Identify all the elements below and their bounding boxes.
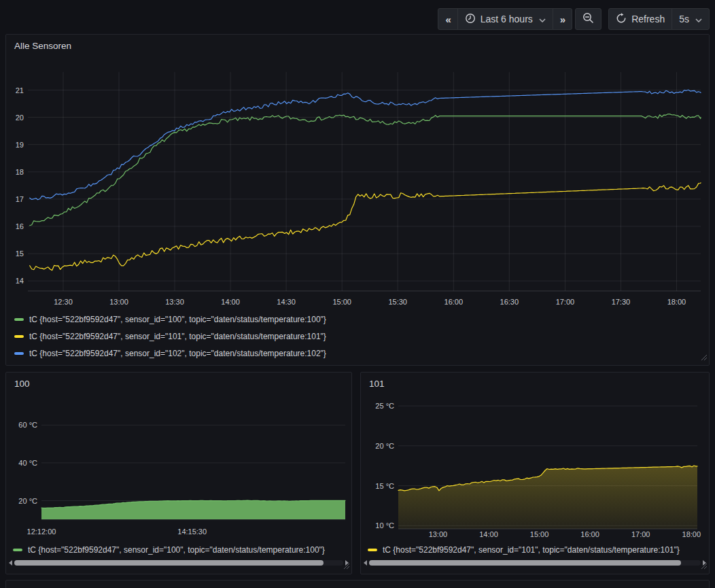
refresh-interval-button[interactable]: 5s <box>672 9 709 29</box>
svg-text:18:00: 18:00 <box>667 298 686 306</box>
svg-text:40 °C: 40 °C <box>18 459 37 467</box>
svg-text:14: 14 <box>16 277 24 285</box>
svg-text:12:30: 12:30 <box>54 298 73 306</box>
legend-101[interactable]: tC {host="522bf9592d47", sensor_id="101"… <box>368 544 707 556</box>
horizontal-scrollbar[interactable] <box>364 559 706 567</box>
panel-alle-sensoren: Alle Sensoren 141516171819202112:3013:00… <box>5 34 710 366</box>
svg-text:16:30: 16:30 <box>500 298 519 306</box>
svg-text:13:30: 13:30 <box>165 298 184 306</box>
horizontal-scrollbar[interactable] <box>9 559 349 567</box>
svg-text:17:00: 17:00 <box>631 530 650 538</box>
svg-text:17:00: 17:00 <box>556 298 575 306</box>
refresh-button[interactable]: Refresh <box>609 9 672 29</box>
svg-text:17:30: 17:30 <box>612 298 631 306</box>
svg-text:16:00: 16:00 <box>580 530 599 538</box>
panel-resize-handle[interactable] <box>342 560 350 572</box>
scrollbar-track[interactable] <box>369 560 701 566</box>
legend-label: tC {host="522bf9592d47", sensor_id="102"… <box>29 349 326 358</box>
svg-text:20 °C: 20 °C <box>375 442 394 450</box>
chevrons-right-icon: » <box>560 14 565 25</box>
time-picker-group: « Last 6 hours » <box>438 8 572 30</box>
time-range-label: Last 6 hours <box>481 14 533 24</box>
chevron-down-icon <box>539 14 546 24</box>
refresh-label: Refresh <box>631 14 665 24</box>
series-color-swatch <box>368 549 377 551</box>
svg-text:17: 17 <box>16 195 24 203</box>
series-color-swatch <box>14 352 24 355</box>
svg-text:18: 18 <box>16 168 24 176</box>
chevron-down-icon <box>695 14 702 24</box>
legend-item[interactable]: tC {host="522bf9592d47", sensor_id="102"… <box>14 345 326 362</box>
legend-main: tC {host="522bf9592d47", sensor_id="100"… <box>14 311 326 362</box>
panel-title-101[interactable]: 101 <box>369 379 385 389</box>
scrollbar-thumb[interactable] <box>369 560 681 566</box>
svg-text:14:15:30: 14:15:30 <box>177 528 207 536</box>
series-color-swatch <box>14 335 24 338</box>
svg-text:13:00: 13:00 <box>429 530 448 538</box>
refresh-interval-value: 5s <box>679 14 689 24</box>
time-range-picker-button[interactable]: Last 6 hours <box>458 9 553 29</box>
svg-text:14:30: 14:30 <box>277 298 296 306</box>
time-shift-back-button[interactable]: « <box>438 9 457 29</box>
scrollbar-track[interactable] <box>14 560 343 566</box>
magnifier-minus-icon <box>582 12 594 26</box>
zoom-out-group <box>575 8 601 30</box>
time-series-chart-100[interactable]: 20 °C40 °C60 °C12:12:0014:15:30 <box>6 400 351 540</box>
panel-sensor-102: 102 <box>5 580 710 588</box>
svg-text:15:00: 15:00 <box>332 298 351 306</box>
svg-text:18:00: 18:00 <box>682 530 701 538</box>
svg-text:15:30: 15:30 <box>388 298 407 306</box>
panel-sensor-101: 101 10 °C15 °C20 °C25 °C13:0014:0015:001… <box>360 372 710 574</box>
clock-icon <box>465 13 476 26</box>
panel-sensor-100: 100 20 °C40 °C60 °C12:12:0014:15:30 tC {… <box>5 372 352 574</box>
legend-item[interactable]: tC {host="522bf9592d47", sensor_id="100"… <box>14 311 326 328</box>
svg-text:16: 16 <box>16 222 24 230</box>
time-series-chart-101[interactable]: 10 °C15 °C20 °C25 °C13:0014:0015:0016:00… <box>361 396 709 543</box>
series-color-swatch <box>14 318 24 321</box>
refresh-group: Refresh 5s <box>608 8 710 30</box>
time-shift-forward-button[interactable]: » <box>553 9 572 29</box>
svg-text:60 °C: 60 °C <box>18 421 37 429</box>
svg-text:14:00: 14:00 <box>221 298 240 306</box>
dashboard-toolbar: « Last 6 hours » Refresh <box>438 8 710 30</box>
svg-text:15:00: 15:00 <box>530 530 549 538</box>
series-color-swatch <box>13 549 22 551</box>
svg-text:13:00: 13:00 <box>109 298 128 306</box>
legend-label: tC {host="522bf9592d47", sensor_id="100"… <box>29 315 326 324</box>
panel-title-100[interactable]: 100 <box>14 379 30 389</box>
svg-text:16:00: 16:00 <box>444 298 464 306</box>
scroll-left-icon[interactable] <box>9 560 12 566</box>
legend-item[interactable]: tC {host="522bf9592d47", sensor_id="101"… <box>14 328 326 345</box>
svg-text:20: 20 <box>16 114 24 122</box>
time-series-chart-main[interactable]: 141516171819202112:3013:0013:3014:0014:3… <box>6 72 710 311</box>
scrollbar-thumb[interactable] <box>14 560 324 566</box>
svg-text:20 °C: 20 °C <box>18 497 37 505</box>
svg-text:25 °C: 25 °C <box>375 402 394 410</box>
legend-label: tC {host="522bf9592d47", sensor_id="101"… <box>29 332 326 341</box>
panel-resize-handle[interactable] <box>699 351 708 364</box>
svg-text:15: 15 <box>16 249 24 258</box>
svg-text:10 °C: 10 °C <box>375 521 394 530</box>
zoom-out-button[interactable] <box>576 9 601 29</box>
legend-100[interactable]: tC {host="522bf9592d47", sensor_id="100"… <box>13 544 349 556</box>
svg-text:12:12:00: 12:12:00 <box>27 528 56 536</box>
refresh-icon <box>616 13 627 26</box>
legend-label: tC {host="522bf9592d47", sensor_id="101"… <box>383 545 680 555</box>
chevrons-left-icon: « <box>445 14 450 25</box>
svg-text:21: 21 <box>16 86 24 94</box>
legend-label: tC {host="522bf9592d47", sensor_id="100"… <box>28 545 325 555</box>
svg-text:14:00: 14:00 <box>479 530 498 538</box>
scroll-left-icon[interactable] <box>364 560 367 566</box>
svg-text:19: 19 <box>16 141 24 149</box>
svg-text:15 °C: 15 °C <box>375 482 394 490</box>
panel-title-alle-sensoren[interactable]: Alle Sensoren <box>14 41 71 51</box>
panel-resize-handle[interactable] <box>699 560 708 572</box>
